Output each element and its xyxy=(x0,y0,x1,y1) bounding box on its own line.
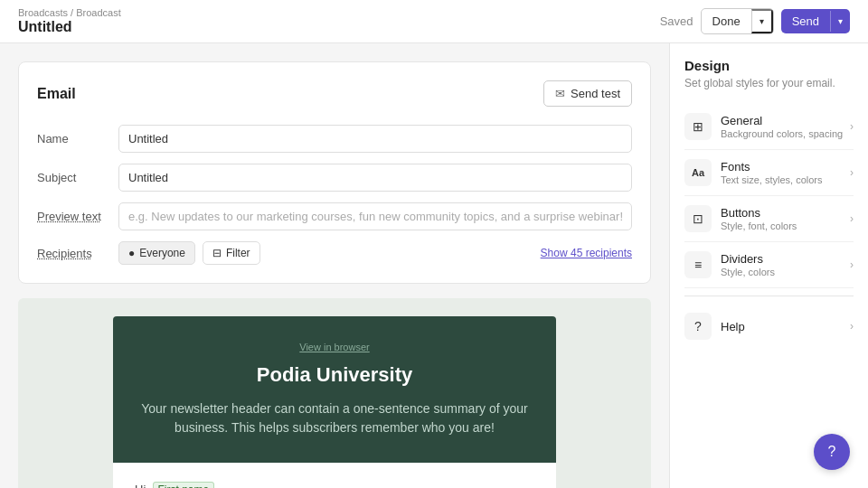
email-preview-container: View in browser Podia University Your ne… xyxy=(18,298,651,488)
help-item[interactable]: ? Help › xyxy=(684,304,854,349)
email-preview-inner: View in browser Podia University Your ne… xyxy=(113,316,556,488)
recipients-label: Recipients xyxy=(37,247,118,260)
email-card-header: Email ✉ Send test xyxy=(37,80,632,107)
design-item-general[interactable]: ⊞ General Background colors, spacing › xyxy=(684,104,854,150)
buttons-chevron-icon: › xyxy=(850,212,854,225)
main-layout: Email ✉ Send test Name Subject Preview t… xyxy=(0,43,868,488)
done-button-group: Done ▾ xyxy=(701,8,774,34)
breadcrumb-current: Broadcast xyxy=(76,7,121,18)
top-bar: Broadcasts / Broadcast Untitled Saved Do… xyxy=(0,0,868,43)
fab-icon: ? xyxy=(828,444,836,460)
dividers-desc: Style, colors xyxy=(721,267,850,277)
page-title: Untitled xyxy=(18,19,121,35)
help-icon: ? xyxy=(684,313,712,340)
name-row: Name xyxy=(37,125,632,153)
breadcrumb-nav: Broadcasts / Broadcast xyxy=(18,7,121,18)
everyone-circle-icon: ● xyxy=(128,247,135,259)
recipients-row: Recipients ● Everyone ⊟ Filter Show 45 r… xyxy=(37,241,632,265)
hi-text: Hi xyxy=(135,483,146,488)
help-fab[interactable]: ? xyxy=(814,434,850,470)
general-chevron-icon: › xyxy=(850,120,854,133)
subject-row: Subject xyxy=(37,164,632,192)
preview-text-input[interactable] xyxy=(118,202,632,230)
breadcrumb: Broadcasts / Broadcast Untitled xyxy=(18,7,121,35)
left-panel: Email ✉ Send test Name Subject Preview t… xyxy=(0,43,669,488)
dividers-chevron-icon: › xyxy=(850,258,854,271)
buttons-icon: ⊡ xyxy=(684,205,712,232)
everyone-label: Everyone xyxy=(139,247,185,259)
name-label: Name xyxy=(37,132,118,145)
send-test-icon: ✉ xyxy=(555,87,565,100)
design-item-fonts[interactable]: Aa Fonts Text size, styles, colors › xyxy=(684,150,854,196)
design-subtitle: Set global styles for your email. xyxy=(684,77,854,89)
done-button-dropdown[interactable]: ▾ xyxy=(751,9,773,33)
email-greeting: Hi First name , xyxy=(135,481,534,488)
email-brand: Podia University xyxy=(140,363,529,387)
send-button[interactable]: Send xyxy=(781,9,830,33)
recipients-controls: ● Everyone ⊟ Filter Show 45 recipients xyxy=(118,241,632,265)
design-item-general-text: General Background colors, spacing xyxy=(721,114,850,139)
email-header-text: Your newsletter header can contain a one… xyxy=(140,399,529,437)
filter-button[interactable]: ⊟ Filter xyxy=(203,241,260,265)
dividers-icon: ≡ xyxy=(684,251,712,278)
help-label: Help xyxy=(721,320,850,333)
filter-icon: ⊟ xyxy=(212,247,222,259)
send-button-dropdown[interactable]: ▾ xyxy=(830,11,850,32)
general-desc: Background colors, spacing xyxy=(721,128,850,139)
design-divider xyxy=(684,296,854,296)
first-name-tag: First name xyxy=(153,482,215,488)
general-label: General xyxy=(721,114,850,127)
right-panel: Design Set global styles for your email.… xyxy=(669,43,868,488)
saved-label: Saved xyxy=(660,14,693,28)
fonts-chevron-icon: › xyxy=(850,166,854,179)
general-icon: ⊞ xyxy=(684,113,712,140)
buttons-desc: Style, font, colors xyxy=(721,221,850,231)
email-header-block: View in browser Podia University Your ne… xyxy=(113,316,556,463)
design-item-dividers-text: Dividers Style, colors xyxy=(721,252,850,277)
everyone-button[interactable]: ● Everyone xyxy=(118,241,195,265)
preview-text-row: Preview text xyxy=(37,202,632,230)
dividers-label: Dividers xyxy=(721,252,850,266)
design-title: Design xyxy=(684,58,854,73)
filter-label: Filter xyxy=(226,247,250,259)
design-item-buttons-text: Buttons Style, font, colors xyxy=(721,206,850,231)
show-recipients-link[interactable]: Show 45 recipients xyxy=(541,247,632,259)
email-section-title: Email xyxy=(37,86,76,102)
fonts-label: Fonts xyxy=(721,160,850,174)
help-chevron-icon: › xyxy=(850,320,854,333)
fonts-desc: Text size, styles, colors xyxy=(721,174,850,185)
buttons-label: Buttons xyxy=(721,206,850,220)
send-button-group: Send ▾ xyxy=(781,9,850,33)
preview-text-label: Preview text xyxy=(37,210,118,223)
breadcrumb-parent-link[interactable]: Broadcasts xyxy=(18,7,68,18)
send-test-label: Send test xyxy=(571,87,620,100)
subject-label: Subject xyxy=(37,171,118,184)
view-in-browser-link[interactable]: View in browser xyxy=(140,342,529,352)
subject-input[interactable] xyxy=(118,164,632,192)
done-button[interactable]: Done xyxy=(702,9,751,33)
fonts-icon: Aa xyxy=(684,159,712,186)
design-item-fonts-text: Fonts Text size, styles, colors xyxy=(721,160,850,185)
send-test-button[interactable]: ✉ Send test xyxy=(543,80,632,107)
email-card: Email ✉ Send test Name Subject Preview t… xyxy=(18,61,651,284)
top-actions: Saved Done ▾ Send ▾ xyxy=(660,8,850,34)
help-text: Help xyxy=(721,320,850,333)
email-body-block: Hi First name , You can use this email t… xyxy=(113,463,556,488)
name-input[interactable] xyxy=(118,125,632,153)
design-item-buttons[interactable]: ⊡ Buttons Style, font, colors › xyxy=(684,196,854,242)
design-item-dividers[interactable]: ≡ Dividers Style, colors › xyxy=(684,242,854,288)
